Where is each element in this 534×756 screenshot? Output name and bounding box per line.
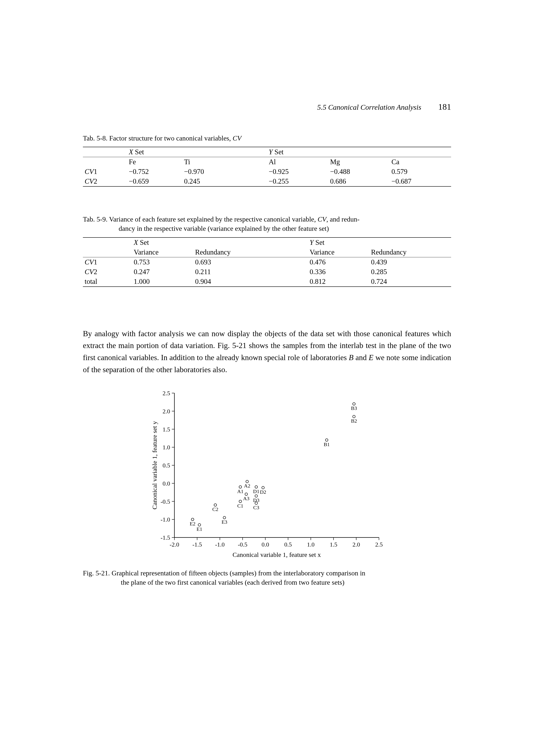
svg-text:0.5: 0.5	[163, 462, 170, 469]
scatter-svg: -2.0-1.5-1.0-0.50.00.51.01.52.02.5-1.5-1…	[149, 389, 385, 561]
svg-text:Canonical variable 1, feature : Canonical variable 1, feature set y	[151, 421, 158, 509]
svg-text:-0.5: -0.5	[161, 498, 170, 505]
svg-text:1.5: 1.5	[163, 426, 170, 433]
svg-text:C3: C3	[253, 505, 259, 510]
svg-text:-1.0: -1.0	[215, 541, 225, 548]
svg-text:-1.0: -1.0	[161, 516, 170, 523]
data-point	[353, 403, 355, 405]
data-point	[353, 415, 355, 418]
data-point	[245, 493, 248, 496]
svg-text:1.0: 1.0	[163, 444, 170, 451]
data-point	[255, 486, 258, 488]
svg-text:1.5: 1.5	[330, 541, 337, 548]
data-point	[246, 480, 248, 483]
body-paragraph: By analogy with factor analysis we can n…	[83, 328, 451, 376]
figure-5-21-caption: Fig. 5-21. Graphical representation of f…	[83, 569, 451, 587]
data-point	[223, 516, 226, 519]
svg-text:E2: E2	[190, 521, 195, 526]
table-row: CV2 0.247 0.211 0.336 0.285	[83, 267, 451, 277]
svg-text:2.0: 2.0	[163, 408, 170, 415]
table-5-8-caption: Tab. 5-8. Factor structure for two canon…	[83, 134, 451, 143]
svg-text:-1.5: -1.5	[192, 541, 202, 548]
scatter-chart: -2.0-1.5-1.0-0.50.00.51.01.52.02.5-1.5-1…	[149, 389, 385, 562]
running-head: 5.5 Canonical Correlation Analysis 181	[317, 102, 451, 112]
svg-text:A1: A1	[237, 488, 243, 494]
table-row: CV1 0.753 0.693 0.476 0.439	[83, 257, 451, 267]
page-number: 181	[438, 102, 451, 112]
table-row: total 1.000 0.904 0.812 0.724	[83, 277, 451, 286]
data-point	[198, 524, 201, 526]
data-point	[239, 500, 242, 502]
data-point	[255, 495, 258, 497]
svg-text:D2: D2	[260, 489, 266, 495]
section-title: 5.5 Canonical Correlation Analysis	[317, 103, 421, 111]
svg-text:A2: A2	[244, 483, 250, 489]
table-row: CV1 −0.752 −0.970 −0.925 −0.488 0.579	[83, 167, 451, 176]
table-5-9-caption: Tab. 5-9. Variance of each feature set e…	[83, 215, 451, 233]
data-point	[214, 504, 216, 506]
svg-text:C2: C2	[212, 506, 218, 512]
svg-text:1.0: 1.0	[307, 541, 315, 548]
figure-5-21: -2.0-1.5-1.0-0.50.00.51.01.52.02.5-1.5-1…	[83, 389, 451, 587]
table-row: CV2 −0.659 0.245 −0.255 0.686 −0.687	[83, 176, 451, 186]
data-point	[262, 486, 265, 489]
svg-text:B2: B2	[351, 418, 357, 424]
svg-text:-2.0: -2.0	[170, 541, 179, 548]
svg-text:B3: B3	[351, 405, 357, 411]
svg-text:Canonical variable 1, feature : Canonical variable 1, feature set x	[233, 551, 321, 558]
svg-text:-0.5: -0.5	[238, 541, 247, 548]
svg-text:E3: E3	[221, 519, 227, 525]
svg-text:A3: A3	[243, 496, 249, 501]
svg-text:2.0: 2.0	[352, 541, 360, 548]
table-5-9: X Set Y Set Variance Redundancy Variance…	[83, 237, 451, 287]
svg-text:0.0: 0.0	[163, 480, 170, 487]
svg-text:0.0: 0.0	[262, 541, 269, 548]
svg-text:E1: E1	[196, 526, 202, 532]
svg-text:2.5: 2.5	[375, 541, 383, 548]
svg-text:D3: D3	[253, 498, 259, 503]
data-point	[239, 486, 242, 488]
svg-text:D1: D1	[253, 488, 259, 494]
data-point	[325, 439, 328, 441]
svg-text:-1.5: -1.5	[161, 534, 170, 541]
svg-text:B1: B1	[324, 442, 330, 447]
svg-text:C1: C1	[237, 503, 243, 508]
table-5-8: X Set Y Set Fe Ti Al Mg Ca CV1 −0.752 −0…	[83, 147, 451, 187]
svg-text:0.5: 0.5	[284, 541, 292, 548]
data-point	[191, 518, 194, 521]
svg-text:2.5: 2.5	[163, 390, 170, 396]
